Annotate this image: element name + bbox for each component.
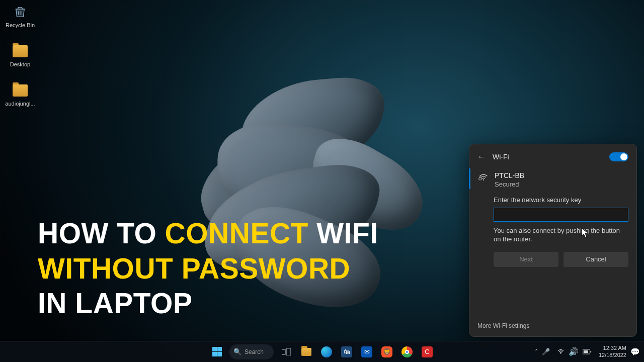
taskbar-system-tray: ˄ 🎤 🔊 12:32 AM 12/18/2022 💬 <box>535 345 640 358</box>
recycle-bin-icon <box>12 4 28 20</box>
next-button[interactable]: Next <box>494 252 558 267</box>
search-placeholder: Search <box>245 348 269 355</box>
thumbnail-title-overlay: HOW TO CONNECT WIFI WITHOUT PASSWORD IN … <box>38 216 378 321</box>
security-prompt-label: Enter the network security key <box>494 196 628 204</box>
taskbar: 🔍 Search 🛍 ✉ 🦁 C ˄ 🎤 🔊 12:32 AM 12/18/20… <box>0 341 644 362</box>
mouse-cursor-icon <box>581 227 590 241</box>
wifi-panel-title: Wi-Fi <box>493 153 602 161</box>
desktop-background: Recycle Bin Desktop audiojungl... HOW TO… <box>0 0 644 362</box>
task-view-button[interactable] <box>277 342 296 361</box>
edge-icon <box>321 346 332 357</box>
wifi-quick-panel: ← Wi-Fi PTCL-BB Secured Enter the networ… <box>469 144 637 337</box>
tray-mic-icon[interactable]: 🎤 <box>542 348 550 355</box>
taskbar-date: 12/18/2022 <box>599 352 626 358</box>
more-wifi-settings-link[interactable]: More Wi-Fi settings <box>469 315 636 336</box>
edge-button[interactable] <box>317 342 336 361</box>
taskbar-center-items: 🔍 Search 🛍 ✉ 🦁 C <box>207 342 437 361</box>
svg-rect-6 <box>584 350 588 352</box>
wifi-network-item[interactable]: PTCL-BB Secured <box>469 168 636 189</box>
desktop-icon-recycle-bin[interactable]: Recycle Bin <box>4 4 36 28</box>
wps-hint-label: You can also connect by pushing the butt… <box>494 227 628 244</box>
start-button[interactable] <box>207 342 226 361</box>
desktop-icon-label: Desktop <box>10 61 30 67</box>
tray-overflow-chevron-icon[interactable]: ˄ <box>535 348 538 355</box>
svg-rect-3 <box>286 348 291 355</box>
desktop-icon-folder-audiojungle[interactable]: audiojungl... <box>4 82 36 107</box>
svg-rect-1 <box>479 178 481 180</box>
network-status-label: Secured <box>495 180 628 188</box>
notifications-icon[interactable]: 💬 <box>630 347 640 356</box>
desktop-icon-label: Recycle Bin <box>6 22 35 28</box>
mail-icon: ✉ <box>361 346 372 357</box>
wifi-tray-icon <box>557 347 565 356</box>
taskbar-clock[interactable]: 12:32 AM 12/18/2022 <box>599 345 626 358</box>
volume-tray-icon: 🔊 <box>569 347 579 356</box>
svg-point-0 <box>483 179 484 180</box>
file-explorer-button[interactable] <box>297 342 316 361</box>
svg-rect-2 <box>282 349 285 354</box>
cancel-button[interactable]: Cancel <box>564 252 628 267</box>
back-arrow-icon[interactable]: ← <box>477 152 486 161</box>
wifi-toggle-switch[interactable] <box>609 152 628 161</box>
chrome-icon <box>401 346 413 357</box>
taskbar-time: 12:32 AM <box>599 345 626 351</box>
task-view-icon <box>281 346 292 357</box>
store-icon: 🛍 <box>341 346 352 357</box>
desktop-icon-label: audiojungl... <box>5 101 35 107</box>
mail-button[interactable]: ✉ <box>357 342 376 361</box>
svg-rect-7 <box>590 350 591 352</box>
security-key-area: Enter the network security key You can a… <box>469 189 636 267</box>
brave-button[interactable]: 🦁 <box>377 342 396 361</box>
shield-c-icon: C <box>422 346 433 357</box>
security-key-input[interactable] <box>494 208 628 222</box>
taskbar-search[interactable]: 🔍 Search <box>229 344 274 359</box>
windows-logo-icon <box>212 347 222 356</box>
desktop-icon-folder-desktop[interactable]: Desktop <box>4 43 36 67</box>
folder-icon <box>12 82 28 99</box>
battery-tray-icon <box>583 347 592 356</box>
chrome-button[interactable] <box>397 342 417 361</box>
folder-icon <box>301 346 312 357</box>
search-icon: 🔍 <box>233 348 242 355</box>
desktop-icons-column: Recycle Bin Desktop audiojungl... <box>4 4 36 107</box>
folder-icon <box>12 43 28 59</box>
wifi-panel-header: ← Wi-Fi <box>469 150 636 168</box>
network-name-label: PTCL-BB <box>495 171 628 179</box>
store-button[interactable]: 🛍 <box>337 342 356 361</box>
svg-point-4 <box>560 353 561 354</box>
network-volume-tray[interactable]: 🔊 <box>554 345 595 358</box>
brave-icon: 🦁 <box>381 346 392 357</box>
comodo-button[interactable]: C <box>418 342 437 361</box>
wifi-secured-icon <box>478 172 489 188</box>
